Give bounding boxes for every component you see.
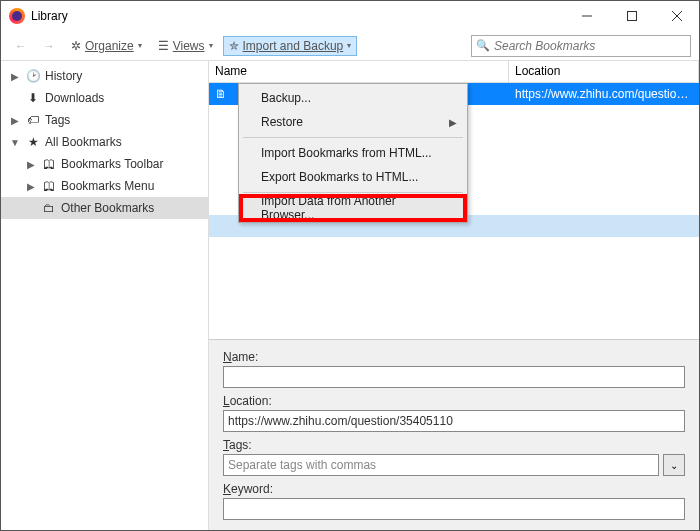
forward-button[interactable]: → <box>37 36 61 56</box>
list-icon: ☰ <box>158 39 169 53</box>
organize-button[interactable]: ✲ Organize▾ <box>65 36 148 56</box>
menu-export-html[interactable]: Export Bookmarks to HTML... <box>241 165 465 189</box>
main-panel: Name Location 🗎 https://www.zhihu.com/qu… <box>209 61 699 530</box>
location-label: Location: <box>223 394 685 408</box>
menu-import-browser[interactable]: Import Data from Another Browser... <box>241 196 465 220</box>
name-label: Name: <box>223 350 685 364</box>
sidebar-item-history[interactable]: ▶🕑History <box>1 65 208 87</box>
menu-separator <box>243 192 463 193</box>
chevron-right-icon: ▶ <box>449 117 457 128</box>
tags-dropdown-button[interactable]: ⌄ <box>663 454 685 476</box>
toolbar: ← → ✲ Organize▾ ☰ Views▾ ✮ Import and Ba… <box>1 31 699 61</box>
folder-icon: 🕮 <box>41 178 57 194</box>
sidebar-item-label: Downloads <box>45 91 104 105</box>
column-name[interactable]: Name <box>209 61 509 82</box>
column-headers: Name Location <box>209 61 699 83</box>
svg-rect-1 <box>627 12 636 21</box>
back-button[interactable]: ← <box>9 36 33 56</box>
keyword-input[interactable] <box>223 498 685 520</box>
firefox-icon <box>9 8 25 24</box>
details-pane: Name: Location: https://www.zhihu.com/qu… <box>209 339 699 530</box>
name-input[interactable] <box>223 366 685 388</box>
tag-icon: 🏷 <box>25 112 41 128</box>
maximize-button[interactable] <box>609 1 654 31</box>
sidebar-item-label: Bookmarks Menu <box>61 179 154 193</box>
search-input[interactable] <box>494 39 686 53</box>
library-window: Library ← → ✲ Organize▾ ☰ Views▾ ✮ Impor… <box>0 0 700 531</box>
menu-restore[interactable]: Restore▶ <box>241 110 465 134</box>
row-location: https://www.zhihu.com/question/35... <box>509 87 699 101</box>
column-location[interactable]: Location <box>509 61 699 82</box>
menu-backup[interactable]: Backup... <box>241 86 465 110</box>
folder-icon: 🕮 <box>41 156 57 172</box>
star-icon: ✮ <box>229 39 239 53</box>
chevron-down-icon: ⌄ <box>670 460 678 471</box>
folder-icon: 🗀 <box>41 200 57 216</box>
search-icon: 🔍 <box>476 39 490 52</box>
sidebar-item-downloads[interactable]: ⬇Downloads <box>1 87 208 109</box>
page-icon: 🗎 <box>215 87 227 101</box>
close-button[interactable] <box>654 1 699 31</box>
tags-label: Tags: <box>223 438 685 452</box>
clock-icon: 🕑 <box>25 68 41 84</box>
location-input[interactable]: https://www.zhihu.com/question/35405110 <box>223 410 685 432</box>
titlebar: Library <box>1 1 699 31</box>
sidebar-item-all-bookmarks[interactable]: ▼★All Bookmarks <box>1 131 208 153</box>
sidebar-item-bookmarks-menu[interactable]: ▶🕮Bookmarks Menu <box>1 175 208 197</box>
keyword-label: Keyword: <box>223 482 685 496</box>
import-backup-menu: Backup... Restore▶ Import Bookmarks from… <box>238 83 468 223</box>
sidebar-item-other-bookmarks[interactable]: 🗀Other Bookmarks <box>1 197 208 219</box>
search-box[interactable]: 🔍 <box>471 35 691 57</box>
menu-separator <box>243 137 463 138</box>
tags-input[interactable]: Separate tags with commas <box>223 454 659 476</box>
sidebar-item-tags[interactable]: ▶🏷Tags <box>1 109 208 131</box>
menu-import-html[interactable]: Import Bookmarks from HTML... <box>241 141 465 165</box>
star-icon: ★ <box>25 134 41 150</box>
sidebar: ▶🕑History ⬇Downloads ▶🏷Tags ▼★All Bookma… <box>1 61 209 530</box>
window-title: Library <box>31 9 564 23</box>
sidebar-item-label: History <box>45 69 82 83</box>
sidebar-item-label: Bookmarks Toolbar <box>61 157 164 171</box>
sidebar-item-bookmarks-toolbar[interactable]: ▶🕮Bookmarks Toolbar <box>1 153 208 175</box>
download-icon: ⬇ <box>25 90 41 106</box>
gear-icon: ✲ <box>71 39 81 53</box>
sidebar-item-label: All Bookmarks <box>45 135 122 149</box>
import-backup-button[interactable]: ✮ Import and Backup▾ <box>223 36 358 56</box>
sidebar-item-label: Other Bookmarks <box>61 201 154 215</box>
views-button[interactable]: ☰ Views▾ <box>152 36 219 56</box>
sidebar-item-label: Tags <box>45 113 70 127</box>
minimize-button[interactable] <box>564 1 609 31</box>
